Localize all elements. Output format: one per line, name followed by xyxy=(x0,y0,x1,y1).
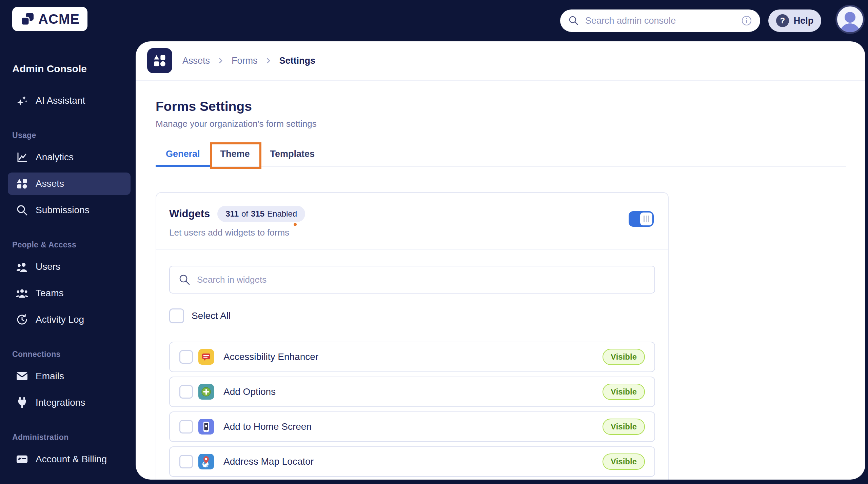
tab-general[interactable]: General xyxy=(156,143,210,167)
select-all-row: Select All xyxy=(169,308,655,323)
sidebar-item-label: Teams xyxy=(36,288,63,299)
main-panel: Assets Forms Settings Forms Settings Man… xyxy=(136,41,865,480)
question-icon: ? xyxy=(776,14,789,27)
topbar: ACME ? Help xyxy=(0,0,868,41)
sidebar-item-teams[interactable]: Teams xyxy=(8,282,131,304)
page-subtitle: Manage your organization's form settings xyxy=(156,119,845,129)
sidebar-item-submissions[interactable]: Submissions xyxy=(8,199,131,221)
list-item-add-to-home-screen[interactable]: Add to Home Screen Visible xyxy=(169,411,655,442)
sidebar-item-activity-log[interactable]: Activity Log xyxy=(8,308,131,331)
status-badge: Visible xyxy=(603,384,645,400)
sidebar-item-account-billing[interactable]: Account & Billing xyxy=(8,448,131,470)
map-pin-globe-icon xyxy=(198,454,214,469)
acme-logo[interactable]: ACME xyxy=(12,7,87,31)
sidebar-item-label: Emails xyxy=(36,371,64,382)
chevron-right-icon xyxy=(265,57,272,64)
sidebar-item-label: AI Assistant xyxy=(36,95,85,106)
widgets-subtitle: Let users add widgets to forms xyxy=(169,227,652,238)
sidebar-section-people-access: People & Access xyxy=(12,240,136,249)
sidebar-item-assets[interactable]: Assets xyxy=(8,173,131,195)
assets-app-icon[interactable] xyxy=(147,48,172,73)
sidebar-title: Admin Console xyxy=(12,63,136,75)
breadcrumb-settings: Settings xyxy=(279,56,316,66)
sidebar-item-label: Assets xyxy=(36,178,64,189)
widgets-title: Widgets xyxy=(169,208,210,220)
page-title: Forms Settings xyxy=(156,99,845,114)
widgets-enabled-toggle[interactable] xyxy=(629,211,654,227)
widgets-card-body: Select All Accessibility Enhancer Vi xyxy=(156,250,668,480)
credit-card-icon xyxy=(16,454,28,464)
widget-title: Accessibility Enhancer xyxy=(223,351,318,362)
widgets-search-input[interactable] xyxy=(197,275,646,285)
sidebar-item-label: Account & Billing xyxy=(36,454,107,465)
sidebar-section-connections: Connections xyxy=(12,350,136,359)
widgets-card-header: Widgets 311 of 315 Enabled Let users add… xyxy=(156,193,668,250)
users-icon xyxy=(16,261,28,273)
settings-tabs: General Theme Templates xyxy=(156,143,846,167)
row-checkbox[interactable] xyxy=(179,455,193,468)
search-icon xyxy=(16,204,28,216)
select-all-checkbox[interactable] xyxy=(169,308,184,323)
admin-search-bar xyxy=(560,9,760,32)
chevron-right-icon xyxy=(217,57,224,64)
shapes-grid-icon xyxy=(153,54,167,68)
widgets-search-bar xyxy=(169,266,655,294)
tab-templates[interactable]: Templates xyxy=(260,143,325,167)
breadcrumb-forms[interactable]: Forms xyxy=(232,56,258,66)
enabled-count-badge: 311 of 315 Enabled xyxy=(217,206,305,222)
tab-theme[interactable]: Theme xyxy=(210,143,260,167)
user-avatar[interactable] xyxy=(835,5,865,34)
widget-title: Add Options xyxy=(223,386,276,397)
speech-bubble-icon xyxy=(198,349,214,365)
plus-circle-icon xyxy=(198,384,214,400)
sidebar-item-label: Analytics xyxy=(36,152,74,163)
toggle-knob[interactable] xyxy=(640,213,652,225)
row-checkbox[interactable] xyxy=(179,420,193,433)
help-button[interactable]: ? Help xyxy=(768,9,821,32)
breadcrumb-assets[interactable]: Assets xyxy=(182,56,210,66)
help-button-label: Help xyxy=(794,16,814,26)
history-clock-icon xyxy=(16,314,28,326)
list-item-accessibility-enhancer[interactable]: Accessibility Enhancer Visible xyxy=(169,342,655,372)
list-item-address-map-locator[interactable]: Address Map Locator Visible xyxy=(169,446,655,477)
widgets-card: Widgets 311 of 315 Enabled Let users add… xyxy=(156,192,669,480)
acme-logo-icon xyxy=(20,12,35,26)
sidebar: Admin Console AI Assistant Usage Analyti… xyxy=(0,41,136,484)
breadcrumb: Assets Forms Settings xyxy=(136,41,865,81)
plug-icon xyxy=(16,397,28,409)
sparkles-icon xyxy=(16,95,28,107)
sidebar-item-analytics[interactable]: Analytics xyxy=(8,146,131,168)
list-item-add-options[interactable]: Add Options Visible xyxy=(169,377,655,407)
sidebar-section-administration: Administration xyxy=(12,433,136,442)
sidebar-item-label: Integrations xyxy=(36,397,85,408)
row-checkbox[interactable] xyxy=(179,385,193,399)
line-chart-icon xyxy=(16,151,28,163)
select-all-label: Select All xyxy=(192,310,231,321)
row-checkbox[interactable] xyxy=(179,350,193,364)
sidebar-item-label: Submissions xyxy=(36,205,90,216)
widget-title: Add to Home Screen xyxy=(223,421,312,432)
phone-home-icon xyxy=(198,419,214,435)
status-badge: Visible xyxy=(603,419,645,435)
widgets-list: Accessibility Enhancer Visible Add Optio… xyxy=(169,342,655,480)
widget-title: Address Map Locator xyxy=(223,456,314,467)
status-badge: Visible xyxy=(603,453,645,470)
admin-search-input[interactable] xyxy=(585,16,741,26)
sidebar-item-label: Activity Log xyxy=(36,314,84,325)
search-icon xyxy=(568,15,579,26)
sidebar-item-label: Users xyxy=(36,261,60,272)
team-icon xyxy=(16,287,28,299)
sidebar-section-usage: Usage xyxy=(12,131,136,140)
shapes-grid-icon xyxy=(16,178,28,190)
sidebar-item-ai-assistant[interactable]: AI Assistant xyxy=(8,89,131,112)
status-badge: Visible xyxy=(603,349,645,365)
page-header: Forms Settings Manage your organization'… xyxy=(136,81,865,129)
envelope-icon xyxy=(16,371,28,381)
user-icon xyxy=(845,12,855,23)
info-icon[interactable] xyxy=(741,15,752,26)
sidebar-item-emails[interactable]: Emails xyxy=(8,365,131,387)
sidebar-item-users[interactable]: Users xyxy=(8,256,131,278)
sidebar-item-integrations[interactable]: Integrations xyxy=(8,391,131,414)
acme-logo-text: ACME xyxy=(38,12,80,27)
search-icon xyxy=(179,274,190,285)
